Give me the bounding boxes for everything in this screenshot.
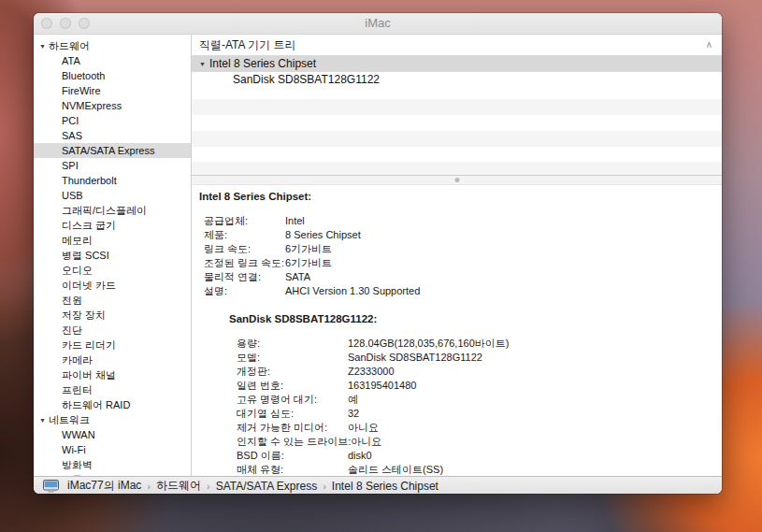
sidebar: ▼하드웨어 ATA Bluetooth FireWire NVMExpress … <box>34 35 192 476</box>
detail-row: 개정판:Z2333000 <box>229 365 722 379</box>
detail-section-sandisk: SanDisk SD8SBAT128G1122: 용량:128.04GB(128… <box>229 313 722 476</box>
detail-section-title: SanDisk SD8SBAT128G1122: <box>229 313 722 324</box>
sidebar-item-memory[interactable]: 메모리 <box>34 233 191 248</box>
tree-empty-area[interactable] <box>192 88 722 99</box>
sidebar-item-firewire[interactable]: FireWire <box>34 83 191 98</box>
tree-empty-rows[interactable] <box>192 99 722 175</box>
sidebar-item-card-reader[interactable]: 카드 리더기 <box>34 338 191 352</box>
sidebar-item-diagnostics[interactable]: 진단 <box>34 323 191 338</box>
sidebar-section-label: 하드웨어 <box>49 40 90 51</box>
device-tree-column-header[interactable]: 직렬-ATA 기기 트리 ∧ <box>192 35 722 56</box>
detail-row: 대기열 심도:32 <box>229 407 722 421</box>
sidebar-item-disc-burning[interactable]: 디스크 굽기 <box>34 218 191 233</box>
sidebar-item-thunderbolt[interactable]: Thunderbolt <box>34 173 191 188</box>
detail-section-title: Intel 8 Series Chipset: <box>199 191 722 202</box>
system-information-window: iMac ▼하드웨어 ATA Bluetooth FireWire NVMExp… <box>34 13 722 494</box>
details-pane[interactable]: Intel 8 Series Chipset: 공급업체:Intel 제품:8 … <box>192 185 722 476</box>
disclosure-triangle-icon[interactable]: ▼ <box>39 39 49 54</box>
window-title: iMac <box>34 13 722 34</box>
breadcrumb-sata-sata-express: SATA/SATA Express <box>216 480 317 493</box>
tree-row-intel-8-series-chipset[interactable]: ▼Intel 8 Series Chipset <box>192 56 722 72</box>
sidebar-item-storage[interactable]: 저장 장치 <box>34 308 191 323</box>
detail-row: 제거 가능한 미디어:아니요 <box>229 421 722 435</box>
sidebar-item-ata[interactable]: ATA <box>34 53 191 68</box>
titlebar[interactable]: iMac <box>34 13 722 35</box>
detail-row: 제품:8 Series Chipset <box>199 228 722 242</box>
detail-row: 모델:SanDisk SD8SBAT128G1122 <box>229 351 722 365</box>
tree-row-sandisk-sd8sbat128g1122[interactable]: SanDisk SD8SBAT128G1122 <box>192 72 722 88</box>
sidebar-item-fibre-channel[interactable]: 파이버 채널 <box>34 367 191 382</box>
sidebar-item-graphics-displays[interactable]: 그래픽/디스플레이 <box>34 203 191 218</box>
sidebar-item-power[interactable]: 전원 <box>34 293 191 308</box>
sidebar-item-sata-sata-express[interactable]: SATA/SATA Express <box>34 143 191 158</box>
disclosure-triangle-icon[interactable]: ▼ <box>199 56 209 72</box>
sidebar-item-hardware-raid[interactable]: 하드웨어 RAID <box>34 397 191 412</box>
detail-row: 매체 유형:솔리드 스테이트(SS) <box>229 463 722 476</box>
detail-row: 조정된 링크 속도:6기가비트 <box>199 256 722 270</box>
main-area: ▼하드웨어 ATA Bluetooth FireWire NVMExpress … <box>34 35 722 476</box>
sidebar-item-sas[interactable]: SAS <box>34 128 191 143</box>
close-button[interactable] <box>41 18 52 29</box>
splitter-handle-icon <box>454 178 459 182</box>
detail-section-chipset: Intel 8 Series Chipset: 공급업체:Intel 제품:8 … <box>199 191 722 298</box>
sidebar-item-bluetooth[interactable]: Bluetooth <box>34 68 191 83</box>
zoom-button[interactable] <box>79 18 90 29</box>
sidebar-item-firewall[interactable]: 방화벽 <box>34 457 191 472</box>
detail-row: 용량:128.04GB(128,035,676,160바이트) <box>229 337 722 351</box>
detail-row: 설명:AHCI Version 1.30 Supported <box>199 284 722 298</box>
breadcrumb-separator: › <box>147 481 151 492</box>
breadcrumb-hardware: 하드웨어 <box>156 478 201 494</box>
sidebar-section-label: 네트워크 <box>49 414 90 425</box>
minimize-button[interactable] <box>60 18 71 29</box>
detail-row: BSD 이름:disk0 <box>229 449 722 463</box>
detail-row: 링크 속도:6기가비트 <box>199 242 722 256</box>
detail-row: 공급업체:Intel <box>199 214 722 228</box>
sidebar-section-network[interactable]: ▼네트워크 <box>34 412 191 427</box>
pane-splitter[interactable] <box>192 175 722 185</box>
sidebar-item-parallel-scsi[interactable]: 병렬 SCSI <box>34 248 191 263</box>
breadcrumb-computer: iMac77의 iMac <box>67 478 141 494</box>
detail-row: 일련 번호:163195401480 <box>229 379 722 393</box>
detail-row: 물리적 연결:SATA <box>199 270 722 284</box>
sidebar-item-wifi[interactable]: Wi-Fi <box>34 442 191 457</box>
breadcrumb-intel-8-series-chipset: Intel 8 Series Chipset <box>332 480 439 493</box>
sort-ascending-icon: ∧ <box>706 35 712 55</box>
status-bar: iMac77의 iMac › 하드웨어 › SATA/SATA Express … <box>34 476 722 494</box>
detail-row: 고유 명령어 대기:예 <box>229 393 722 407</box>
sidebar-section-hardware[interactable]: ▼하드웨어 <box>34 38 191 53</box>
device-tree-header-label: 직렬-ATA 기기 트리 <box>199 38 296 51</box>
sidebar-item-wwan[interactable]: WWAN <box>34 427 191 442</box>
detail-row: 인지할 수 있는 드라이브:아니요 <box>229 435 722 449</box>
sidebar-item-ethernet-cards[interactable]: 이더넷 카드 <box>34 278 191 293</box>
disclosure-triangle-icon[interactable]: ▼ <box>39 413 49 428</box>
sidebar-item-camera[interactable]: 카메라 <box>34 352 191 367</box>
sidebar-item-nvmexpress[interactable]: NVMExpress <box>34 98 191 113</box>
sidebar-item-printers[interactable]: 프린터 <box>34 382 191 397</box>
imac-display-icon <box>43 480 59 493</box>
breadcrumb-separator: › <box>207 481 210 492</box>
traffic-lights <box>41 18 90 29</box>
sidebar-item-audio[interactable]: 오디오 <box>34 263 191 278</box>
sidebar-item-usb[interactable]: USB <box>34 188 191 203</box>
breadcrumb-separator: › <box>323 481 326 492</box>
content-pane: 직렬-ATA 기기 트리 ∧ ▼Intel 8 Series Chipset S… <box>192 35 722 476</box>
sidebar-item-spi[interactable]: SPI <box>34 158 191 173</box>
sidebar-item-pci[interactable]: PCI <box>34 113 191 128</box>
